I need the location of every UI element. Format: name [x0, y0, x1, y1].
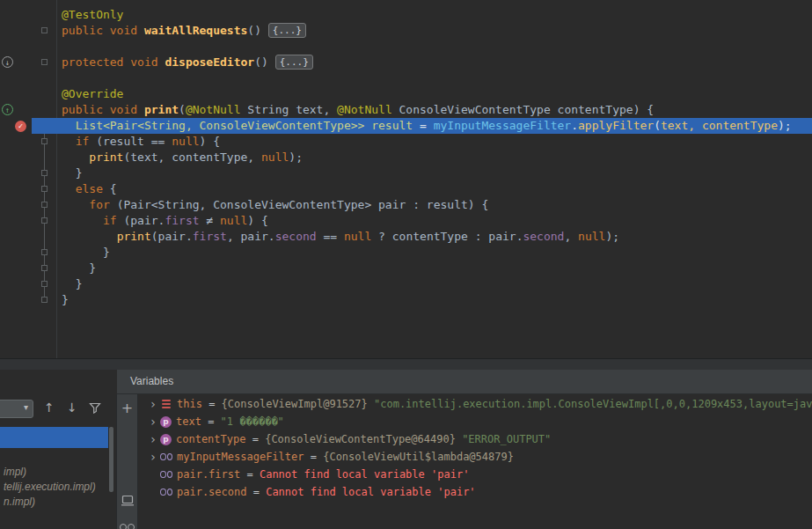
variable-value: "ERROR_OUTPUT" [462, 433, 551, 445]
fold-marker[interactable] [41, 249, 48, 255]
variable-row[interactable]: ›ptext = "1 ������" [139, 413, 812, 430]
expand-chevron-icon[interactable]: › [146, 432, 160, 446]
code-token: null [578, 230, 605, 243]
code-token: () [247, 24, 267, 37]
variable-name: pair.second [177, 486, 246, 498]
code-line[interactable]: } [62, 165, 812, 181]
splitter-handle[interactable] [0, 359, 812, 370]
code-token [62, 198, 89, 211]
code-line[interactable]: public void waitAllRequests() {...} [62, 23, 812, 39]
code-line[interactable]: for (Pair<String, ConsoleViewContentType… [62, 197, 812, 213]
frames-scrollbar[interactable] [109, 427, 113, 492]
frame-row[interactable]: tellij.execution.impl) [4, 480, 111, 495]
code-editor[interactable]: ↓ ↑ ✓ @TestOnlypublic void waitAllReques… [0, 0, 812, 358]
code-token: ); [289, 151, 303, 164]
code-token: } [62, 246, 110, 259]
add-watch-button[interactable]: + [117, 400, 137, 416]
selected-frame-row[interactable] [0, 427, 108, 448]
variable-row[interactable]: ›this = {ConsoleViewImpl@91527} "com.int… [139, 395, 812, 413]
equals-sign: = [245, 433, 265, 445]
code-token: String text, [247, 103, 337, 116]
code-token: } [62, 261, 96, 275]
code-token: public void [62, 24, 144, 37]
code-token: List<Pair<String, ConsoleViewContentType… [76, 119, 420, 132]
code-token: , pair. [227, 230, 275, 243]
code-token: @NotNull [186, 103, 247, 116]
frame-row[interactable]: impl) [4, 465, 111, 480]
expand-chevron-icon[interactable]: › [146, 397, 160, 411]
debug-panel: Variables ▾ ↑ ↓ impl)tellij.execution.im… [0, 358, 812, 529]
breakpoint-icon[interactable]: ✓ [15, 121, 26, 132]
overridden-method-marker-icon[interactable]: ↓ [2, 56, 13, 68]
code-token: (Pair<String, ConsoleViewContentType> pa… [117, 198, 489, 211]
fold-marker[interactable] [41, 202, 48, 208]
code-line[interactable] [62, 39, 812, 55]
code-line[interactable]: protected void disposeEditor() {...} [62, 55, 812, 70]
frame-row[interactable]: n.impl) [4, 495, 111, 510]
fold-marker[interactable] [41, 170, 48, 176]
debug-side-toolbar: + [116, 394, 138, 529]
fold-marker[interactable] [41, 297, 48, 303]
code-token [62, 135, 76, 148]
code-line[interactable]: if (result == null) { [62, 134, 812, 150]
next-frame-button[interactable]: ↓ [67, 400, 77, 415]
fold-marker[interactable] [41, 138, 48, 144]
fold-marker[interactable] [41, 59, 48, 65]
thread-selector-combo[interactable]: ▾ [0, 400, 33, 418]
expand-chevron-icon[interactable]: › [146, 450, 160, 464]
fold-marker[interactable] [41, 27, 48, 33]
fold-marker[interactable] [41, 186, 48, 192]
code-line[interactable]: else { [62, 181, 812, 197]
watches-toggle-button[interactable] [117, 518, 137, 529]
code-token: ( [654, 119, 661, 132]
code-line[interactable]: print(text, contentType, null); [62, 150, 812, 165]
variable-row[interactable]: ›pcontentType = {ConsoleViewContentType@… [139, 430, 812, 448]
watch-icon [160, 451, 172, 463]
previous-frame-button[interactable]: ↑ [44, 400, 55, 415]
evaluate-button[interactable] [117, 493, 137, 510]
code-token: @TestOnly [62, 8, 123, 21]
code-token: disposeEditor [165, 55, 254, 69]
code-line[interactable]: @Override [62, 86, 812, 102]
code-token: (text, contentType, [123, 151, 261, 164]
fold-marker[interactable] [41, 281, 48, 287]
variable-row[interactable]: pair.second = Cannot find local variable… [139, 483, 812, 501]
param-icon: p [160, 434, 172, 445]
expand-chevron-icon[interactable]: › [146, 415, 160, 429]
code-token: (pair. [123, 214, 165, 227]
overriding-method-marker-icon[interactable]: ↑ [2, 104, 13, 115]
param-icon: p [160, 416, 172, 428]
code-token: waitAllRequests [144, 24, 247, 37]
frames-rows: impl)tellij.execution.impl)n.impl) [4, 465, 111, 510]
code-line[interactable]: if (pair.first ≠ null) { [62, 213, 812, 229]
code-line[interactable] [62, 70, 812, 86]
code-token: ) { [633, 103, 654, 116]
variables-title: Variables [130, 370, 173, 393]
code-line[interactable]: @TestOnly [62, 7, 812, 23]
code-token: null [172, 135, 199, 148]
variables-pane: ›this = {ConsoleViewImpl@91527} "com.int… [139, 394, 812, 529]
code-line[interactable]: public void print(@NotNull String text, … [62, 102, 812, 118]
equals-sign: = [240, 468, 260, 481]
variables-tree[interactable]: ›this = {ConsoleViewImpl@91527} "com.int… [139, 395, 812, 501]
code-line[interactable]: print(pair.first, pair.second == null ? … [62, 229, 812, 245]
code-token: ( [179, 103, 186, 116]
code-line[interactable]: List<Pair<String, ConsoleViewContentType… [62, 118, 812, 134]
code-token: (result == [96, 135, 172, 148]
code-token: = [420, 119, 434, 132]
code-area[interactable]: @TestOnlypublic void waitAllRequests() {… [62, 7, 812, 308]
code-line[interactable]: } [62, 261, 812, 276]
variable-row[interactable]: pair.first = Cannot find local variable … [139, 466, 812, 483]
frames-list[interactable]: impl)tellij.execution.impl)n.impl) [0, 423, 116, 529]
fold-marker[interactable] [41, 217, 48, 224]
code-line[interactable]: } [62, 276, 812, 292]
code-line[interactable]: } [62, 245, 812, 261]
fold-marker[interactable] [41, 265, 48, 271]
code-token: null [220, 214, 247, 227]
code-token: myInputMessageFilter [434, 119, 572, 132]
code-line[interactable]: } [62, 292, 812, 308]
code-token: ≠ [200, 214, 220, 227]
variable-row[interactable]: ›myInputMessageFilter = {ConsoleViewUtil… [139, 448, 812, 466]
hide-frames-filter-button[interactable] [89, 402, 101, 416]
equals-sign: = [304, 451, 324, 463]
